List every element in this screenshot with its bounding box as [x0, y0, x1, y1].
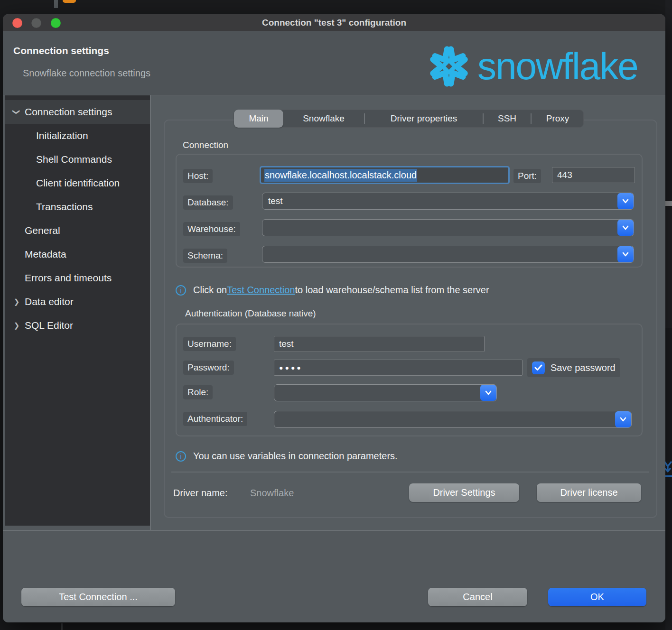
driver-name-value: Snowflake	[250, 488, 294, 499]
database-dropdown-button[interactable]	[617, 193, 634, 209]
chevron-down-icon	[622, 251, 629, 257]
role-label: Role:	[183, 385, 213, 399]
sidebar-item-metadata[interactable]: Metadata	[5, 242, 150, 266]
sidebar-item-connection-settings[interactable]: ❯ Connection settings	[5, 100, 150, 124]
ok-button[interactable]: OK	[548, 588, 646, 606]
sidebar-item-errors-and-timeouts[interactable]: Errors and timeouts	[5, 266, 150, 290]
authentication-group-title: Authentication (Database native)	[185, 308, 316, 319]
sidebar-item-transactions[interactable]: Transactions	[5, 195, 150, 219]
desktop-background: Connection "test 3" configuration Connec…	[0, 0, 672, 630]
driver-section-divider	[171, 472, 649, 472]
background-scrollbar-fragment	[665, 201, 672, 206]
host-label: Host:	[183, 169, 213, 183]
schema-combo[interactable]	[262, 246, 634, 263]
check-icon	[534, 364, 542, 371]
chevron-down-icon	[622, 198, 629, 204]
save-password-label: Save password	[551, 362, 616, 373]
sidebar-item-shell-commands[interactable]: Shell Commands	[5, 148, 150, 171]
settings-sidebar: ❯ Connection settings Initialization She…	[5, 95, 150, 526]
username-input[interactable]: test	[274, 336, 485, 352]
connection-group: Host: snowflake.localhost.localstack.clo…	[176, 154, 643, 268]
sidebar-item-sql-editor[interactable]: ❯ SQL Editor	[5, 314, 150, 337]
test-connection-link[interactable]: Test Connection	[227, 285, 295, 296]
cancel-button[interactable]: Cancel	[428, 588, 527, 606]
warehouse-label: Warehouse:	[183, 222, 240, 236]
snowflake-logo-icon	[422, 40, 476, 93]
info-circle-icon: i	[176, 451, 186, 462]
chevron-down-icon	[622, 225, 629, 231]
schema-dropdown-button[interactable]	[617, 246, 634, 262]
authenticator-combo[interactable]	[274, 411, 632, 428]
role-combo[interactable]	[274, 384, 497, 401]
sidebar-divider	[150, 95, 151, 530]
username-label: Username:	[183, 337, 236, 351]
warehouse-combo[interactable]	[262, 219, 634, 236]
zoom-button[interactable]	[51, 18, 61, 28]
tab-proxy[interactable]: Proxy	[532, 110, 584, 128]
host-input[interactable]: snowflake.localhost.localstack.cloud	[260, 166, 510, 184]
tab-driver-properties[interactable]: Driver properties	[365, 110, 483, 128]
authenticator-dropdown-button[interactable]	[615, 411, 631, 427]
title-bar[interactable]: Connection "test 3" configuration	[3, 14, 665, 31]
authentication-group: Username: test Password: ●●●● Save passw…	[176, 324, 643, 436]
tab-ssh[interactable]: SSH	[484, 110, 531, 128]
authenticator-label: Authenticator:	[183, 412, 247, 426]
driver-license-button[interactable]: Driver license	[537, 483, 641, 502]
password-input[interactable]: ●●●●	[274, 360, 523, 376]
tab-main[interactable]: Main	[234, 110, 283, 128]
connection-group-title: Connection	[183, 140, 228, 150]
minimize-button[interactable]	[31, 18, 41, 28]
snowflake-wordmark: snowflake	[477, 45, 638, 88]
password-label: Password:	[183, 361, 234, 375]
chevron-down-icon	[485, 390, 492, 396]
test-connection-button[interactable]: Test Connection ...	[21, 588, 175, 606]
close-button[interactable]	[12, 18, 22, 28]
variables-hint: i You can use variables in connection pa…	[176, 451, 398, 462]
sidebar-item-client-identification[interactable]: Client identification	[5, 171, 150, 195]
driver-name-label: Driver name:	[173, 488, 227, 499]
chevron-right-icon[interactable]: ❯	[11, 297, 22, 306]
database-label: Database:	[183, 195, 233, 210]
save-password-option: Save password	[527, 358, 620, 377]
page-subtitle: Snowflake connection settings	[23, 68, 150, 79]
schema-label: Schema:	[183, 249, 227, 263]
tab-bar: Main Snowflake Driver properties SSH Pro…	[234, 110, 584, 128]
port-label: Port:	[513, 169, 541, 183]
host-value-selected-text: snowflake.localhost.localstack.cloud	[264, 169, 417, 182]
role-dropdown-button[interactable]	[480, 385, 496, 401]
sidebar-item-data-editor[interactable]: ❯ Data editor	[5, 290, 150, 314]
sidebar-item-general[interactable]: General	[5, 219, 150, 242]
snowflake-brand: snowflake	[422, 39, 638, 94]
page-title: Connection settings	[13, 45, 109, 56]
save-password-checkbox[interactable]	[532, 361, 545, 374]
window-title: Connection "test 3" configuration	[262, 18, 406, 28]
port-input[interactable]: 443	[552, 167, 635, 183]
chevron-right-icon[interactable]: ❯	[11, 321, 22, 330]
warehouse-dropdown-button[interactable]	[617, 220, 634, 236]
footer-divider	[3, 530, 665, 531]
background-orange-icon	[63, 0, 76, 3]
chevron-down-icon[interactable]: ❯	[11, 108, 22, 116]
info-circle-icon: i	[176, 285, 186, 296]
chevron-down-icon	[619, 417, 627, 422]
dialog-header: Connection settings Snowflake connection…	[3, 32, 665, 95]
connection-configuration-dialog: Connection "test 3" configuration Connec…	[3, 14, 665, 622]
database-combo[interactable]: test	[262, 193, 634, 210]
tab-snowflake[interactable]: Snowflake	[283, 110, 364, 128]
background-panel-fragment	[665, 210, 672, 328]
sidebar-item-initialization[interactable]: Initialization	[5, 124, 150, 148]
background-bottom-divider	[61, 623, 63, 630]
test-connection-hint: i Click on Test Connection to load wareh…	[176, 285, 489, 296]
background-window-divider	[54, 0, 58, 8]
driver-settings-button[interactable]: Driver Settings	[409, 483, 519, 502]
